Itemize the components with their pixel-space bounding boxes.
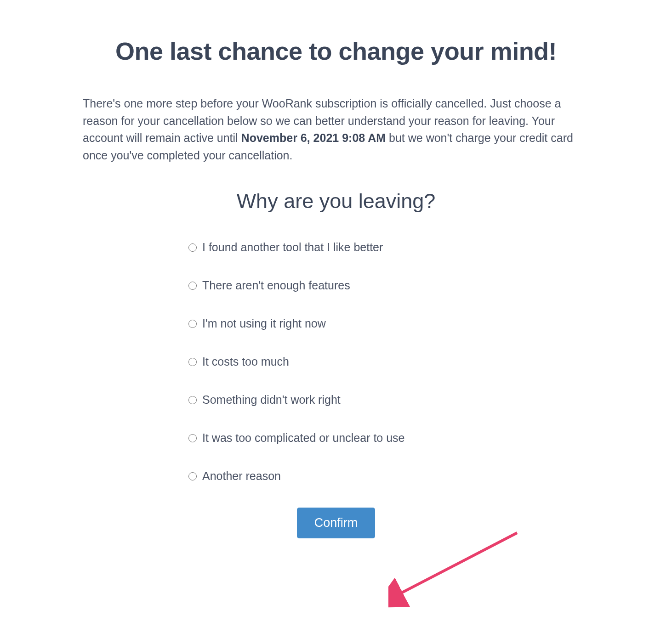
reason-label[interactable]: It costs too much (202, 355, 289, 368)
reason-row: It costs too much (188, 355, 589, 368)
reason-radio-didnt-work[interactable] (188, 396, 197, 404)
active-until-date: November 6, 2021 9:08 AM (241, 131, 386, 144)
reason-label[interactable]: I found another tool that I like better (202, 241, 383, 254)
reason-row: Something didn't work right (188, 393, 589, 407)
reason-label[interactable]: There aren't enough features (202, 279, 350, 292)
question-title: Why are you leaving? (83, 189, 589, 213)
reason-label[interactable]: I'm not using it right now (202, 317, 326, 330)
reason-label[interactable]: Something didn't work right (202, 393, 341, 407)
reason-row: There aren't enough features (188, 279, 589, 292)
reason-radio-another[interactable] (188, 472, 197, 480)
reason-label[interactable]: It was too complicated or unclear to use (202, 431, 405, 445)
reason-radio-not-enough-features[interactable] (188, 282, 197, 290)
reason-row: It was too complicated or unclear to use (188, 431, 589, 445)
reason-radio-costs-too-much[interactable] (188, 358, 197, 366)
reason-radio-found-another[interactable] (188, 243, 197, 252)
reason-radio-too-complicated[interactable] (188, 434, 197, 442)
page-title: One last chance to change your mind! (83, 37, 589, 65)
reason-row: Another reason (188, 469, 589, 483)
confirm-button[interactable]: Confirm (297, 508, 376, 538)
reason-radio-not-using[interactable] (188, 320, 197, 328)
reason-row: I found another tool that I like better (188, 241, 589, 254)
reasons-list: I found another tool that I like better … (83, 241, 589, 483)
reason-row: I'm not using it right now (188, 317, 589, 330)
description-text: There's one more step before your WooRan… (83, 95, 589, 164)
reason-label[interactable]: Another reason (202, 469, 281, 483)
